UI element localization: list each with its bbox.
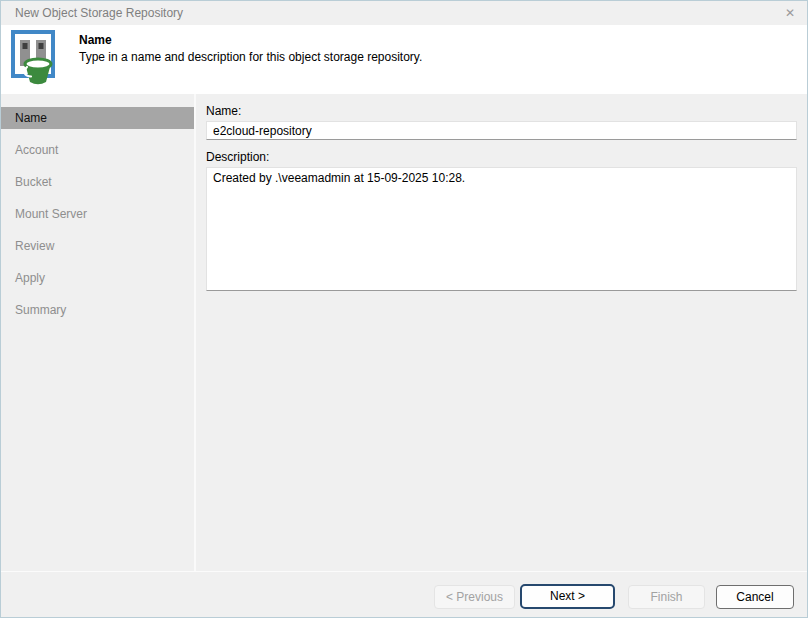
name-label: Name: (206, 104, 241, 118)
sidebar-item-mount-server[interactable]: Mount Server (1, 203, 194, 225)
wizard-window: New Object Storage Repository ✕ Name Typ… (0, 0, 808, 618)
sidebar-item-bucket[interactable]: Bucket (1, 171, 194, 193)
step-title: Name (79, 33, 112, 47)
wizard-header: Name Type in a name and description for … (1, 25, 807, 94)
window-title: New Object Storage Repository (15, 1, 183, 25)
sidebar-item-apply[interactable]: Apply (1, 267, 194, 289)
step-content: Name: Description: Created by .\veeamadm… (196, 94, 808, 571)
previous-button[interactable]: < Previous (434, 585, 515, 609)
cancel-button[interactable]: Cancel (716, 585, 794, 609)
next-button[interactable]: Next > (520, 584, 615, 609)
close-icon[interactable]: ✕ (781, 4, 799, 22)
sidebar-item-summary[interactable]: Summary (1, 299, 194, 321)
step-subtitle: Type in a name and description for this … (79, 50, 422, 64)
titlebar: New Object Storage Repository ✕ (1, 1, 807, 25)
wizard-steps-sidebar: Name Account Bucket Mount Server Review … (1, 94, 194, 571)
name-input[interactable] (206, 121, 797, 140)
sidebar-item-review[interactable]: Review (1, 235, 194, 257)
wizard-footer: < Previous Next > Finish Cancel (1, 571, 807, 618)
sidebar-item-account[interactable]: Account (1, 139, 194, 161)
wizard-body: Name Account Bucket Mount Server Review … (1, 94, 807, 571)
sidebar-item-name[interactable]: Name (1, 107, 194, 129)
object-storage-repository-icon (11, 30, 59, 92)
description-label: Description: (206, 150, 269, 164)
description-input[interactable]: Created by .\veeamadmin at 15-09-2025 10… (206, 167, 797, 291)
finish-button[interactable]: Finish (628, 585, 705, 609)
